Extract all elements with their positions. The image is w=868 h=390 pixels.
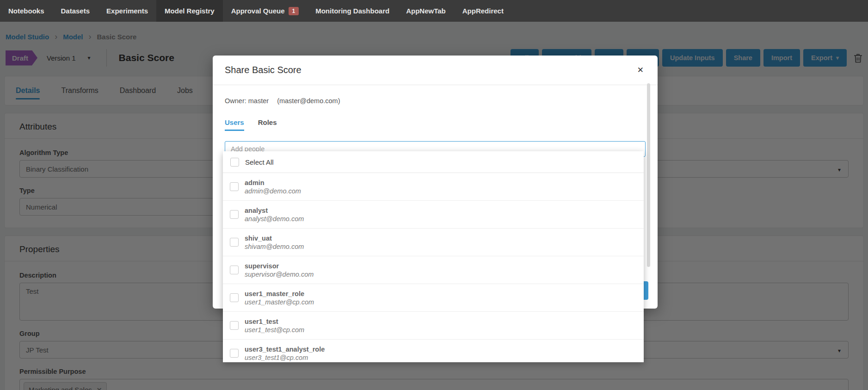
user-row[interactable]: user1_master_roleuser1_master@cp.com <box>223 284 644 312</box>
modal-tab-users[interactable]: Users <box>225 118 244 131</box>
user-name: shiv_uat <box>245 235 304 242</box>
user-row[interactable]: user1_testuser1_test@cp.com <box>223 312 644 340</box>
owner-label: Owner: master <box>225 97 269 105</box>
select-all-label: Select All <box>245 158 274 166</box>
select-all-checkbox[interactable] <box>230 158 239 167</box>
nav-item-model-registry[interactable]: Model Registry <box>156 0 223 22</box>
modal-tab-roles[interactable]: Roles <box>258 118 277 131</box>
user-name: user3_test1_analyst_role <box>245 346 325 353</box>
user-name: supervisor <box>245 262 314 270</box>
user-name: admin <box>245 179 301 186</box>
user-checkbox[interactable] <box>230 349 239 358</box>
close-icon[interactable]: ✕ <box>635 63 646 77</box>
user-email: shivam@demo.com <box>245 243 304 250</box>
user-checkbox[interactable] <box>230 238 239 247</box>
nav-label: Experiments <box>106 7 148 15</box>
nav-label: Datasets <box>61 7 90 15</box>
nav-label: Model Registry <box>165 7 215 15</box>
user-name: user1_master_role <box>245 290 314 297</box>
top-navigation: Notebooks Datasets Experiments Model Reg… <box>0 0 868 22</box>
nav-label: Approval Queue <box>231 7 285 15</box>
nav-item-appredirect[interactable]: AppRedirect <box>454 0 512 22</box>
user-email: user1_test@cp.com <box>245 326 304 334</box>
user-checkbox[interactable] <box>230 266 239 274</box>
select-all-row[interactable]: Select All <box>223 151 644 173</box>
user-checkbox[interactable] <box>230 210 239 219</box>
user-name: user1_test <box>245 318 304 325</box>
nav-label: AppNewTab <box>406 7 446 15</box>
nav-item-experiments[interactable]: Experiments <box>98 0 156 22</box>
user-email: admin@demo.com <box>245 187 301 195</box>
user-checkbox[interactable] <box>230 293 239 302</box>
people-dropdown: Select All adminadmin@demo.com analystan… <box>223 151 644 362</box>
user-checkbox[interactable] <box>230 321 239 330</box>
approval-queue-count-badge: 1 <box>289 7 299 15</box>
modal-tabs: Users Roles <box>225 118 646 131</box>
user-row[interactable]: analystanalyst@demo.com <box>223 201 644 229</box>
owner-line: Owner: master (master@demo.com) <box>225 97 646 105</box>
nav-item-approval-queue[interactable]: Approval Queue 1 <box>223 0 308 22</box>
user-checkbox[interactable] <box>230 182 239 191</box>
user-email: supervisor@demo.com <box>245 271 314 278</box>
nav-label: Monitoring Dashboard <box>315 7 389 15</box>
nav-item-appnewtab[interactable]: AppNewTab <box>398 0 454 22</box>
user-email: analyst@demo.com <box>245 215 304 223</box>
nav-item-monitoring-dashboard[interactable]: Monitoring Dashboard <box>307 0 398 22</box>
nav-label: Notebooks <box>8 7 44 15</box>
user-row[interactable]: supervisorsupervisor@demo.com <box>223 256 644 284</box>
owner-email: (master@demo.com) <box>277 97 340 105</box>
user-name: analyst <box>245 207 304 214</box>
user-email: user3_test1@cp.com <box>245 354 325 361</box>
modal-scrollbar[interactable] <box>647 83 650 267</box>
user-email: user1_master@cp.com <box>245 298 314 306</box>
nav-item-datasets[interactable]: Datasets <box>53 0 98 22</box>
nav-item-notebooks[interactable]: Notebooks <box>0 0 53 22</box>
nav-label: AppRedirect <box>462 7 504 15</box>
user-row[interactable]: shiv_uatshivam@demo.com <box>223 229 644 256</box>
modal-title: Share Basic Score <box>225 65 302 75</box>
user-row[interactable]: user3_test1_analyst_roleuser3_test1@cp.c… <box>223 340 644 362</box>
user-row[interactable]: adminadmin@demo.com <box>223 173 644 201</box>
